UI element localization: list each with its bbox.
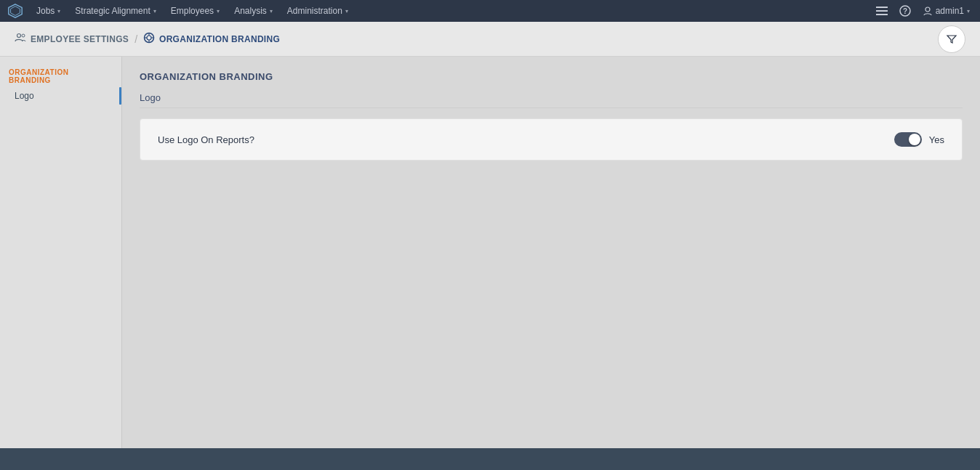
employee-settings-icon: [15, 32, 26, 46]
breadcrumb: EMPLOYEE SETTINGS / ORGANIZATION BRANDIN…: [0, 22, 980, 57]
sidebar-section-org-branding: ORGANIZATION BRANDING Logo: [0, 65, 121, 105]
nav-strategic-alignment[interactable]: Strategic Alignment ▾: [68, 0, 163, 22]
sidebar-item-logo[interactable]: Logo: [0, 87, 121, 105]
svg-text:?: ?: [903, 7, 907, 15]
breadcrumb-actions: [938, 25, 965, 53]
svg-point-11: [147, 36, 151, 40]
chevron-down-icon: ▾: [217, 8, 220, 15]
chevron-down-icon: ▾: [270, 8, 273, 15]
toggle-container: Yes: [894, 132, 944, 147]
toggle-value-label: Yes: [929, 134, 944, 145]
filter-button[interactable]: [938, 25, 965, 53]
svg-point-7: [925, 7, 930, 12]
toggle-thumb: [909, 134, 920, 145]
logo-settings-card: Use Logo On Reports? Yes: [140, 118, 963, 161]
main-layout: ORGANIZATION BRANDING Logo ORGANIZATION …: [0, 57, 980, 470]
sidebar: ORGANIZATION BRANDING Logo: [0, 57, 122, 470]
sidebar-section-title: ORGANIZATION BRANDING: [0, 65, 121, 87]
svg-point-8: [17, 33, 21, 37]
app-logo[interactable]: [6, 1, 25, 20]
svg-rect-2: [876, 7, 888, 8]
use-logo-toggle[interactable]: [894, 132, 922, 147]
breadcrumb-current: ORGANIZATION BRANDING: [143, 32, 280, 46]
content-area: ORGANIZATION BRANDING Logo Use Logo On R…: [122, 57, 980, 470]
topnav-right: ? admin1 ▾: [872, 1, 974, 21]
user-chevron-icon: ▾: [967, 8, 970, 15]
svg-marker-1: [11, 7, 20, 16]
user-menu[interactable]: admin1 ▾: [918, 6, 974, 16]
subsection-header: Logo: [140, 92, 963, 108]
chevron-down-icon: ▾: [345, 8, 348, 15]
svg-rect-3: [876, 10, 888, 12]
organization-branding-icon: [143, 32, 155, 46]
main-nav: Jobs ▾ Strategic Alignment ▾ Employees ▾…: [29, 0, 872, 22]
nav-administration[interactable]: Administration ▾: [280, 0, 356, 22]
svg-rect-4: [876, 14, 888, 15]
svg-point-9: [22, 34, 25, 37]
menu-icon-button[interactable]: [872, 1, 892, 21]
nav-jobs[interactable]: Jobs ▾: [29, 0, 68, 22]
section-header: ORGANIZATION BRANDING: [140, 71, 963, 82]
active-indicator: [119, 87, 121, 105]
breadcrumb-parent[interactable]: EMPLOYEE SETTINGS: [15, 32, 129, 46]
use-logo-row: Use Logo On Reports? Yes: [158, 132, 944, 147]
chevron-down-icon: ▾: [57, 8, 60, 15]
use-logo-label: Use Logo On Reports?: [158, 134, 894, 145]
nav-analysis[interactable]: Analysis ▾: [227, 0, 280, 22]
footer-bar: [0, 448, 980, 470]
topnav: Jobs ▾ Strategic Alignment ▾ Employees ▾…: [0, 0, 980, 22]
nav-employees[interactable]: Employees ▾: [164, 0, 227, 22]
help-icon-button[interactable]: ?: [895, 1, 915, 21]
breadcrumb-separator: /: [134, 33, 137, 45]
chevron-down-icon: ▾: [153, 8, 156, 15]
